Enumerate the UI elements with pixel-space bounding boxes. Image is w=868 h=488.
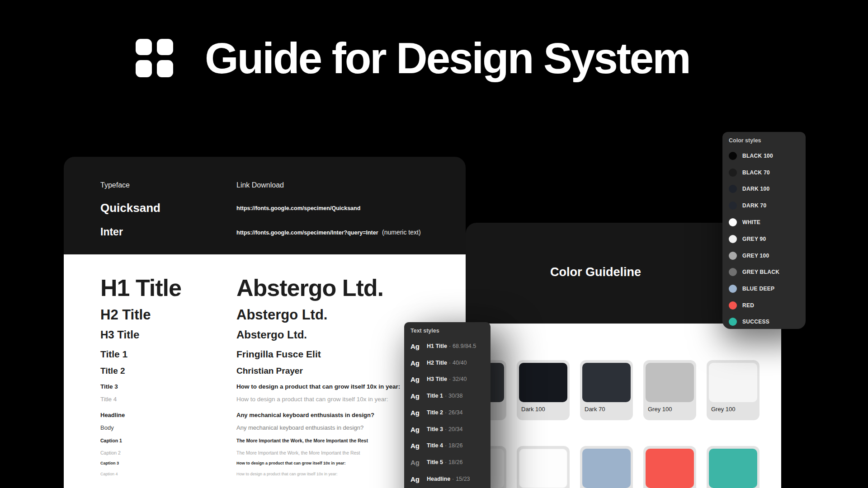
color-style-row-dark-70[interactable]: DARK 70: [729, 202, 803, 210]
swatch-chip: [519, 363, 567, 402]
ag-glyph: Ag: [410, 409, 427, 417]
ag-glyph: Ag: [410, 442, 427, 450]
swatch-label: Grey 100: [648, 406, 672, 413]
font-link-inter[interactable]: https://fonts.google.com/specimen/Inter?…: [236, 230, 378, 236]
swatch-card-red: [643, 446, 696, 488]
swatch-chip: [646, 449, 694, 488]
ag-glyph: Ag: [410, 375, 427, 383]
swatch-card-blue-deep: [580, 446, 633, 488]
color-style-row-grey-90[interactable]: GREY 90: [729, 235, 803, 243]
font-name-inter: Inter: [100, 227, 123, 237]
color-swatch-icon: [729, 185, 737, 193]
grid-logo-icon: [136, 39, 173, 77]
color-swatch-icon: [729, 202, 737, 210]
color-swatch-icon: [729, 235, 737, 243]
swatch-chip: [709, 363, 757, 402]
ag-glyph: Ag: [410, 343, 427, 350]
color-guideline-title: Color Guideline: [550, 266, 641, 278]
font-note-inter: (numeric text): [382, 229, 421, 235]
swatch-chip: [582, 363, 631, 402]
color-style-row-white[interactable]: WHITE: [729, 218, 803, 226]
page-title: Guide for Design System: [205, 34, 690, 82]
color-style-row-success[interactable]: SUCCESS: [729, 318, 803, 326]
font-name-quicksand: Quicksand: [100, 202, 160, 214]
color-swatch-icon: [729, 268, 737, 276]
swatch-card-grey-100-light: Grey 100: [707, 360, 760, 420]
typeface-column-header: Typeface: [100, 182, 130, 189]
color-style-row-red[interactable]: RED: [729, 301, 803, 310]
ag-glyph: Ag: [410, 359, 427, 367]
swatch-chip: [709, 449, 757, 488]
swatch-label: Dark 70: [585, 406, 605, 413]
ag-glyph: Ag: [410, 475, 427, 483]
text-style-row-h1[interactable]: AgH1 Title·68.9/84.5: [410, 342, 488, 351]
color-style-row-black-100[interactable]: BLACK 100: [729, 152, 803, 160]
link-download-column-header: Link Download: [236, 182, 284, 189]
color-swatch-icon: [729, 252, 737, 260]
text-styles-panel: Text styles AgH1 Title·68.9/84.5 AgH2 Ti…: [404, 322, 491, 488]
color-swatch-icon: [729, 152, 737, 160]
text-style-row-headline[interactable]: AgHeadline·15/23: [410, 474, 488, 483]
text-style-row-h3[interactable]: AgH3 Title·32/40: [410, 375, 488, 384]
ag-glyph: Ag: [410, 426, 427, 433]
color-swatch-icon: [729, 169, 737, 177]
color-style-row-black-70[interactable]: BLACK 70: [729, 169, 803, 177]
color-style-row-grey-black[interactable]: GREY BLACK: [729, 268, 803, 276]
swatch-chip: [646, 363, 694, 402]
color-styles-panel-title: Color styles: [729, 137, 761, 144]
swatch-card-dark-100: Dark 100: [517, 360, 570, 420]
text-style-row-title1[interactable]: AgTitle 1·30/38: [410, 391, 488, 400]
text-styles-panel-title: Text styles: [410, 328, 439, 334]
swatch-card-success: [707, 446, 760, 488]
color-style-row-grey-100[interactable]: GREY 100: [729, 252, 803, 260]
text-style-row-title5[interactable]: AgTitle 5·18/26: [410, 458, 488, 467]
color-style-row-dark-100[interactable]: DARK 100: [729, 185, 803, 193]
font-link-quicksand[interactable]: https://fonts.google.com/specimen/Quicks…: [236, 206, 360, 211]
swatch-label: Grey 100: [711, 406, 735, 413]
typeface-panel: Typeface Link Download Quicksand https:/…: [64, 157, 466, 254]
swatch-chip: [582, 449, 631, 488]
swatch-card-grey-100: Grey 100: [643, 360, 696, 420]
color-swatch-icon: [729, 318, 737, 326]
text-style-row-title3[interactable]: AgTitle 3·20/34: [410, 425, 488, 434]
swatch-card-white: [517, 446, 570, 488]
text-style-row-h2[interactable]: AgH2 Title·40/40: [410, 358, 488, 367]
color-style-row-blue-deep[interactable]: BLUE DEEP: [729, 285, 803, 293]
swatch-card-dark-70: Dark 70: [580, 360, 633, 420]
color-styles-panel: Color styles BLACK 100 BLACK 70 DARK 100…: [722, 132, 806, 329]
ag-glyph: Ag: [410, 459, 427, 466]
text-style-row-title4[interactable]: AgTitle 4·18/26: [410, 441, 488, 450]
page-header: Guide for Design System: [136, 34, 690, 82]
color-swatch-icon: [729, 218, 737, 226]
ag-glyph: Ag: [410, 392, 427, 400]
color-swatch-icon: [729, 285, 737, 293]
color-swatch-icon: [729, 301, 737, 310]
swatch-chip: [519, 449, 567, 488]
swatch-label: Dark 100: [521, 406, 545, 413]
text-style-row-title2[interactable]: AgTitle 2·26/34: [410, 408, 488, 417]
